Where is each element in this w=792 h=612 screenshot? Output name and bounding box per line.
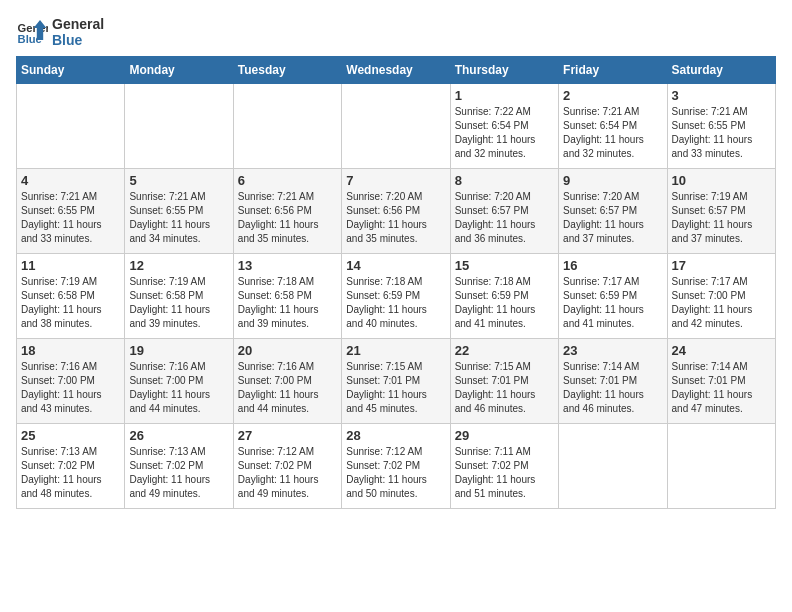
calendar-cell: 9Sunrise: 7:20 AM Sunset: 6:57 PM Daylig… <box>559 169 667 254</box>
day-number: 2 <box>563 88 662 103</box>
day-info: Sunrise: 7:15 AM Sunset: 7:01 PM Dayligh… <box>455 360 554 416</box>
calendar-cell: 1Sunrise: 7:22 AM Sunset: 6:54 PM Daylig… <box>450 84 558 169</box>
day-number: 4 <box>21 173 120 188</box>
day-number: 3 <box>672 88 771 103</box>
calendar-cell: 16Sunrise: 7:17 AM Sunset: 6:59 PM Dayli… <box>559 254 667 339</box>
day-number: 23 <box>563 343 662 358</box>
day-number: 22 <box>455 343 554 358</box>
day-info: Sunrise: 7:18 AM Sunset: 6:58 PM Dayligh… <box>238 275 337 331</box>
day-info: Sunrise: 7:21 AM Sunset: 6:55 PM Dayligh… <box>672 105 771 161</box>
day-info: Sunrise: 7:13 AM Sunset: 7:02 PM Dayligh… <box>21 445 120 501</box>
calendar-cell: 13Sunrise: 7:18 AM Sunset: 6:58 PM Dayli… <box>233 254 341 339</box>
calendar-cell: 5Sunrise: 7:21 AM Sunset: 6:55 PM Daylig… <box>125 169 233 254</box>
calendar-cell: 3Sunrise: 7:21 AM Sunset: 6:55 PM Daylig… <box>667 84 775 169</box>
day-number: 29 <box>455 428 554 443</box>
day-info: Sunrise: 7:21 AM Sunset: 6:54 PM Dayligh… <box>563 105 662 161</box>
logo-blue: Blue <box>52 32 104 48</box>
calendar-cell <box>559 424 667 509</box>
days-of-week-row: SundayMondayTuesdayWednesdayThursdayFrid… <box>17 57 776 84</box>
week-row-2: 11Sunrise: 7:19 AM Sunset: 6:58 PM Dayli… <box>17 254 776 339</box>
day-info: Sunrise: 7:11 AM Sunset: 7:02 PM Dayligh… <box>455 445 554 501</box>
calendar-cell <box>667 424 775 509</box>
day-info: Sunrise: 7:21 AM Sunset: 6:56 PM Dayligh… <box>238 190 337 246</box>
day-number: 18 <box>21 343 120 358</box>
calendar-cell: 6Sunrise: 7:21 AM Sunset: 6:56 PM Daylig… <box>233 169 341 254</box>
day-info: Sunrise: 7:19 AM Sunset: 6:58 PM Dayligh… <box>129 275 228 331</box>
calendar-cell: 14Sunrise: 7:18 AM Sunset: 6:59 PM Dayli… <box>342 254 450 339</box>
dow-header-wednesday: Wednesday <box>342 57 450 84</box>
dow-header-saturday: Saturday <box>667 57 775 84</box>
day-info: Sunrise: 7:16 AM Sunset: 7:00 PM Dayligh… <box>238 360 337 416</box>
calendar-cell: 11Sunrise: 7:19 AM Sunset: 6:58 PM Dayli… <box>17 254 125 339</box>
day-info: Sunrise: 7:16 AM Sunset: 7:00 PM Dayligh… <box>129 360 228 416</box>
calendar-cell: 4Sunrise: 7:21 AM Sunset: 6:55 PM Daylig… <box>17 169 125 254</box>
day-number: 28 <box>346 428 445 443</box>
day-number: 10 <box>672 173 771 188</box>
calendar-cell <box>233 84 341 169</box>
calendar-cell: 25Sunrise: 7:13 AM Sunset: 7:02 PM Dayli… <box>17 424 125 509</box>
dow-header-sunday: Sunday <box>17 57 125 84</box>
day-info: Sunrise: 7:20 AM Sunset: 6:57 PM Dayligh… <box>563 190 662 246</box>
page-header: General Blue General Blue <box>16 16 776 48</box>
calendar-cell: 24Sunrise: 7:14 AM Sunset: 7:01 PM Dayli… <box>667 339 775 424</box>
calendar-cell: 23Sunrise: 7:14 AM Sunset: 7:01 PM Dayli… <box>559 339 667 424</box>
day-info: Sunrise: 7:19 AM Sunset: 6:58 PM Dayligh… <box>21 275 120 331</box>
calendar-cell: 12Sunrise: 7:19 AM Sunset: 6:58 PM Dayli… <box>125 254 233 339</box>
day-number: 9 <box>563 173 662 188</box>
calendar-cell <box>125 84 233 169</box>
calendar-cell: 21Sunrise: 7:15 AM Sunset: 7:01 PM Dayli… <box>342 339 450 424</box>
logo-general: General <box>52 16 104 32</box>
calendar-cell <box>342 84 450 169</box>
day-info: Sunrise: 7:14 AM Sunset: 7:01 PM Dayligh… <box>672 360 771 416</box>
day-number: 12 <box>129 258 228 273</box>
week-row-1: 4Sunrise: 7:21 AM Sunset: 6:55 PM Daylig… <box>17 169 776 254</box>
dow-header-friday: Friday <box>559 57 667 84</box>
logo: General Blue General Blue <box>16 16 104 48</box>
day-info: Sunrise: 7:18 AM Sunset: 6:59 PM Dayligh… <box>455 275 554 331</box>
calendar-table: SundayMondayTuesdayWednesdayThursdayFrid… <box>16 56 776 509</box>
week-row-4: 25Sunrise: 7:13 AM Sunset: 7:02 PM Dayli… <box>17 424 776 509</box>
day-number: 20 <box>238 343 337 358</box>
day-number: 7 <box>346 173 445 188</box>
day-number: 15 <box>455 258 554 273</box>
day-info: Sunrise: 7:17 AM Sunset: 7:00 PM Dayligh… <box>672 275 771 331</box>
dow-header-tuesday: Tuesday <box>233 57 341 84</box>
calendar-cell: 20Sunrise: 7:16 AM Sunset: 7:00 PM Dayli… <box>233 339 341 424</box>
day-number: 19 <box>129 343 228 358</box>
calendar-cell: 15Sunrise: 7:18 AM Sunset: 6:59 PM Dayli… <box>450 254 558 339</box>
day-info: Sunrise: 7:13 AM Sunset: 7:02 PM Dayligh… <box>129 445 228 501</box>
day-number: 6 <box>238 173 337 188</box>
week-row-0: 1Sunrise: 7:22 AM Sunset: 6:54 PM Daylig… <box>17 84 776 169</box>
day-info: Sunrise: 7:15 AM Sunset: 7:01 PM Dayligh… <box>346 360 445 416</box>
day-info: Sunrise: 7:16 AM Sunset: 7:00 PM Dayligh… <box>21 360 120 416</box>
calendar-cell: 28Sunrise: 7:12 AM Sunset: 7:02 PM Dayli… <box>342 424 450 509</box>
calendar-cell: 18Sunrise: 7:16 AM Sunset: 7:00 PM Dayli… <box>17 339 125 424</box>
day-info: Sunrise: 7:18 AM Sunset: 6:59 PM Dayligh… <box>346 275 445 331</box>
day-number: 8 <box>455 173 554 188</box>
day-info: Sunrise: 7:21 AM Sunset: 6:55 PM Dayligh… <box>129 190 228 246</box>
calendar-cell: 27Sunrise: 7:12 AM Sunset: 7:02 PM Dayli… <box>233 424 341 509</box>
week-row-3: 18Sunrise: 7:16 AM Sunset: 7:00 PM Dayli… <box>17 339 776 424</box>
day-number: 26 <box>129 428 228 443</box>
day-info: Sunrise: 7:14 AM Sunset: 7:01 PM Dayligh… <box>563 360 662 416</box>
day-info: Sunrise: 7:22 AM Sunset: 6:54 PM Dayligh… <box>455 105 554 161</box>
calendar-cell: 2Sunrise: 7:21 AM Sunset: 6:54 PM Daylig… <box>559 84 667 169</box>
day-info: Sunrise: 7:20 AM Sunset: 6:57 PM Dayligh… <box>455 190 554 246</box>
calendar-cell: 29Sunrise: 7:11 AM Sunset: 7:02 PM Dayli… <box>450 424 558 509</box>
day-number: 5 <box>129 173 228 188</box>
day-info: Sunrise: 7:19 AM Sunset: 6:57 PM Dayligh… <box>672 190 771 246</box>
day-number: 21 <box>346 343 445 358</box>
calendar-cell <box>17 84 125 169</box>
day-number: 24 <box>672 343 771 358</box>
calendar-cell: 7Sunrise: 7:20 AM Sunset: 6:56 PM Daylig… <box>342 169 450 254</box>
day-info: Sunrise: 7:21 AM Sunset: 6:55 PM Dayligh… <box>21 190 120 246</box>
dow-header-monday: Monday <box>125 57 233 84</box>
day-number: 14 <box>346 258 445 273</box>
day-info: Sunrise: 7:17 AM Sunset: 6:59 PM Dayligh… <box>563 275 662 331</box>
day-number: 11 <box>21 258 120 273</box>
calendar-cell: 26Sunrise: 7:13 AM Sunset: 7:02 PM Dayli… <box>125 424 233 509</box>
day-info: Sunrise: 7:12 AM Sunset: 7:02 PM Dayligh… <box>346 445 445 501</box>
day-number: 25 <box>21 428 120 443</box>
day-number: 1 <box>455 88 554 103</box>
dow-header-thursday: Thursday <box>450 57 558 84</box>
